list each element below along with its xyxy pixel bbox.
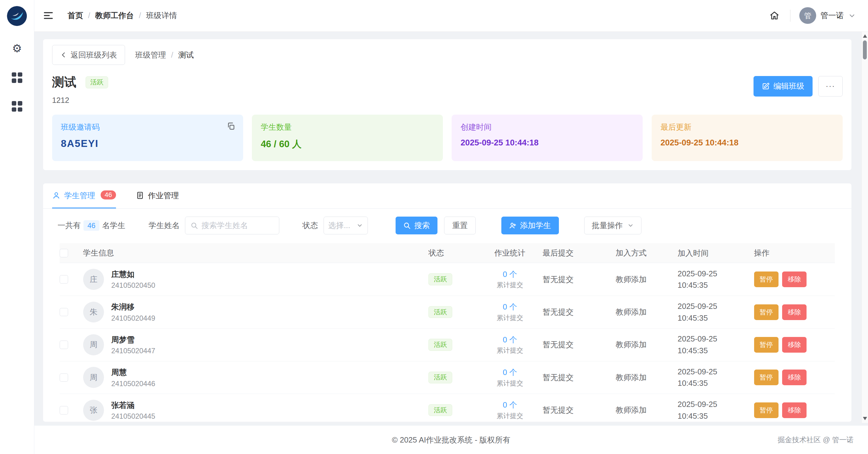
tab-students[interactable]: 学生管理 46 <box>52 183 116 209</box>
header-join-method: 加入方式 <box>616 248 678 258</box>
status-badge: 活跃 <box>428 404 452 416</box>
remove-button[interactable]: 移除 <box>782 370 807 385</box>
row-checkbox[interactable] <box>60 275 68 284</box>
student-id: 24105020447 <box>111 347 155 355</box>
add-student-button[interactable]: 添加学生 <box>501 217 559 234</box>
copy-icon[interactable] <box>226 122 235 131</box>
user-add-icon <box>509 222 517 230</box>
join-time: 2025-09-2510:45:35 <box>678 268 754 291</box>
class-name: 测试 <box>52 75 76 89</box>
sub-breadcrumb: 班级管理 测试 <box>135 50 194 60</box>
homework-count-link[interactable]: 0 个 <box>477 367 542 378</box>
remove-button[interactable]: 移除 <box>782 402 807 418</box>
status-badge: 活跃 <box>428 372 452 384</box>
header-homework-stats: 作业统计 <box>477 248 542 258</box>
sidebar-collapse-icon[interactable] <box>43 10 55 22</box>
students-card: 学生管理 46 作业管理 一共有46名学生 学生姓名 <box>43 183 851 422</box>
student-name-search <box>185 217 279 234</box>
remove-button[interactable]: 移除 <box>782 337 807 352</box>
header-last-submit: 最后提交 <box>542 248 616 258</box>
top-header: 首页 教师工作台 班级详情 管 管一诺 <box>34 0 868 32</box>
student-avatar: 朱 <box>83 302 104 323</box>
last-submit: 暂无提交 <box>542 307 616 317</box>
pause-button[interactable]: 暂停 <box>754 370 778 385</box>
class-title-block: 测试 活跃 1212 <box>52 74 108 105</box>
table-header-row: 学生信息 状态 作业统计 最后提交 加入方式 加入时间 操作 <box>60 243 835 263</box>
remove-button[interactable]: 移除 <box>782 304 807 320</box>
breadcrumb-home[interactable]: 首页 <box>67 10 95 21</box>
remove-button[interactable]: 移除 <box>782 272 807 287</box>
class-summary-card: 返回班级列表 班级管理 测试 测试 活跃 1212 编辑班级 <box>43 39 851 170</box>
edit-class-button[interactable]: 编辑班级 <box>753 76 813 96</box>
row-checkbox[interactable] <box>60 341 68 349</box>
reset-button[interactable]: 重置 <box>444 217 476 234</box>
pause-button[interactable]: 暂停 <box>754 272 778 287</box>
app-logo[interactable] <box>7 6 27 26</box>
user-icon <box>52 191 61 200</box>
row-checkbox[interactable] <box>60 406 68 415</box>
homework-count-label: 累计提交 <box>477 412 542 421</box>
modules-icon[interactable] <box>11 72 23 84</box>
batch-actions-button[interactable]: 批量操作 <box>584 217 641 234</box>
homework-count-link[interactable]: 0 个 <box>477 335 542 345</box>
search-button[interactable]: 搜索 <box>396 217 438 234</box>
select-all-checkbox[interactable] <box>60 249 68 257</box>
breadcrumb-workbench[interactable]: 教师工作台 <box>95 10 146 21</box>
scroll-up-arrow[interactable] <box>863 34 867 38</box>
chevron-down-icon <box>848 12 856 20</box>
home-icon[interactable] <box>769 10 781 22</box>
homework-count-link[interactable]: 0 个 <box>477 400 542 410</box>
header-student-info: 学生信息 <box>83 248 429 258</box>
student-id: 24105020445 <box>111 412 155 421</box>
copyright-text: © 2025 AI作业批改系统 - 版权所有 <box>392 435 510 445</box>
student-id: 24105020446 <box>111 379 155 388</box>
invite-code-label: 班级邀请码 <box>61 122 234 133</box>
scrollbar-thumb[interactable] <box>863 40 867 59</box>
last-submit: 暂无提交 <box>542 339 616 350</box>
user-menu[interactable]: 管 管一诺 <box>799 7 856 24</box>
students-toolbar: 一共有46名学生 学生姓名 状态 选择... <box>43 209 851 234</box>
apps-icon[interactable] <box>11 101 23 113</box>
vertical-scrollbar[interactable] <box>861 32 868 423</box>
tab-homework[interactable]: 作业管理 <box>136 183 179 209</box>
students-table: 学生信息 状态 作业统计 最后提交 加入方式 加入时间 操作 庄 庄慧如 <box>60 243 835 422</box>
credit-text: 掘金技术社区 @ 管一诺 <box>778 435 854 445</box>
student-count-card: 学生数量 46 / 60 人 <box>252 115 443 161</box>
student-name: 张若涵 <box>111 400 155 410</box>
join-time: 2025-09-2510:45:35 <box>678 398 754 422</box>
status-select[interactable]: 选择... <box>323 217 368 234</box>
pause-button[interactable]: 暂停 <box>754 304 778 320</box>
row-checkbox[interactable] <box>60 373 68 382</box>
homework-count-label: 累计提交 <box>477 313 542 322</box>
homework-count-link[interactable]: 0 个 <box>477 269 542 280</box>
more-actions-button[interactable]: ··· <box>818 76 843 96</box>
join-method: 教师添加 <box>616 274 678 285</box>
document-icon <box>136 191 144 200</box>
header-status: 状态 <box>428 248 477 258</box>
class-status-badge: 活跃 <box>86 76 108 88</box>
sidebar: ⚙ <box>0 0 34 454</box>
student-avatar: 庄 <box>83 269 104 290</box>
student-avatar: 周 <box>83 367 104 388</box>
header-join-time: 加入时间 <box>678 247 754 259</box>
grid-icon <box>12 73 22 83</box>
sub-breadcrumb-parent[interactable]: 班级管理 <box>135 50 178 60</box>
pause-button[interactable]: 暂停 <box>754 402 778 418</box>
table-row: 庄 庄慧如 24105020450 活跃 0 个 累计提交 暂无提交 教师添加 <box>60 263 835 295</box>
created-time-card: 创建时间 2025-09-25 10:44:18 <box>452 115 643 161</box>
back-button[interactable]: 返回班级列表 <box>52 45 125 65</box>
sub-breadcrumb-current: 测试 <box>178 50 194 60</box>
table-row: 周 周梦雪 24105020447 活跃 0 个 累计提交 暂无提交 教师添加 <box>60 329 835 361</box>
status-badge: 活跃 <box>428 339 452 350</box>
chevron-down-icon <box>627 222 634 229</box>
class-code: 1212 <box>52 96 108 105</box>
pause-button[interactable]: 暂停 <box>754 337 778 352</box>
student-name-input[interactable] <box>202 221 274 230</box>
search-icon <box>190 222 198 230</box>
table-row: 张 张若涵 24105020445 活跃 0 个 累计提交 暂无提交 教师添加 <box>60 394 835 422</box>
row-checkbox[interactable] <box>60 308 68 316</box>
settings-icon[interactable]: ⚙ <box>11 42 23 55</box>
homework-count-label: 累计提交 <box>477 379 542 388</box>
scroll-down-arrow[interactable] <box>863 417 867 420</box>
homework-count-link[interactable]: 0 个 <box>477 302 542 312</box>
